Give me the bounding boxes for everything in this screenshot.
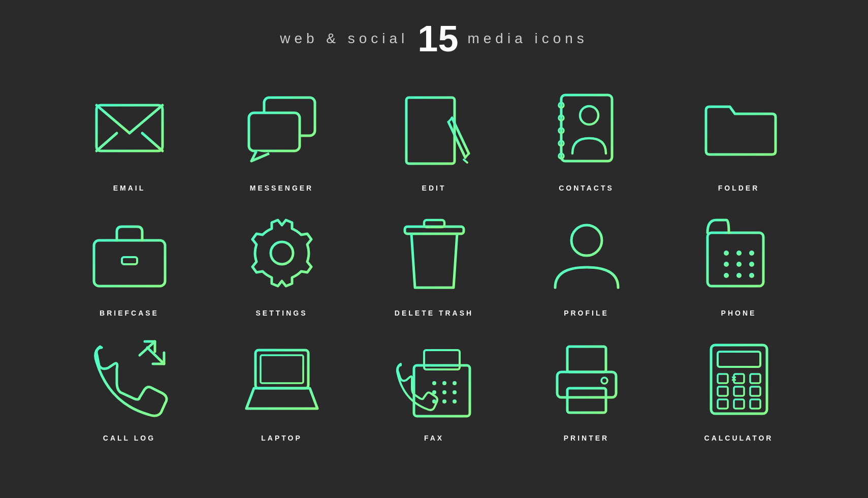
svg-point-66	[432, 390, 436, 394]
call-log-icon	[79, 332, 180, 424]
svg-rect-81	[718, 352, 760, 367]
svg-point-37	[271, 242, 293, 264]
svg-point-53	[749, 273, 754, 278]
icon-item-edit: EDIT	[358, 82, 510, 192]
printer-icon	[536, 332, 637, 424]
svg-line-4	[142, 133, 163, 151]
svg-line-1	[97, 105, 130, 133]
svg-point-32	[580, 106, 598, 124]
svg-rect-26	[561, 95, 612, 161]
email-icon	[79, 82, 180, 174]
laptop-icon	[231, 332, 333, 424]
svg-point-79	[601, 378, 607, 384]
svg-point-50	[749, 262, 754, 267]
svg-rect-75	[557, 372, 616, 397]
icon-item-profile: PROFILE	[510, 207, 663, 317]
svg-point-63	[432, 381, 436, 385]
svg-point-48	[724, 262, 729, 267]
svg-point-47	[749, 251, 754, 256]
profile-label: PROFILE	[564, 309, 609, 317]
svg-point-71	[453, 399, 457, 403]
svg-rect-90	[750, 399, 760, 409]
laptop-label: LAPTOP	[261, 434, 302, 442]
svg-point-65	[453, 381, 457, 385]
svg-line-3	[97, 133, 117, 151]
delete-trash-icon	[383, 207, 485, 299]
icons-grid: EMAIL	[53, 82, 815, 442]
svg-rect-89	[734, 399, 744, 409]
messenger-label: MESSENGER	[250, 184, 313, 192]
header-suffix: media icons	[467, 30, 588, 47]
icon-item-briefcase: BRIEFCASE	[53, 207, 206, 317]
edit-icon	[383, 82, 485, 174]
svg-rect-84	[750, 374, 760, 383]
svg-point-51	[724, 273, 729, 278]
svg-rect-34	[122, 257, 137, 264]
svg-point-68	[453, 390, 457, 394]
header-prefix: web & social	[280, 30, 408, 47]
contacts-label: CONTACTS	[559, 184, 614, 192]
icon-item-folder: FOLDER	[663, 82, 815, 192]
svg-rect-13	[406, 98, 455, 164]
svg-point-69	[432, 399, 436, 403]
delete-trash-label: DELETE TRASH	[395, 309, 473, 317]
page-header: web & social 15 media icons	[280, 20, 588, 57]
profile-icon	[536, 207, 637, 299]
icon-item-printer: PRINTER	[510, 332, 663, 442]
svg-point-49	[736, 262, 742, 267]
fax-icon	[383, 332, 485, 424]
svg-rect-83	[734, 374, 744, 383]
icon-item-call-log: CALL LOG	[53, 332, 206, 442]
folder-label: FOLDER	[718, 184, 760, 192]
svg-point-67	[442, 390, 446, 394]
svg-point-52	[736, 273, 742, 278]
calculator-icon	[688, 332, 790, 424]
svg-rect-80	[711, 345, 767, 414]
svg-point-45	[724, 251, 729, 256]
printer-label: PRINTER	[564, 434, 609, 442]
icon-item-fax: FAX	[358, 332, 510, 442]
svg-point-46	[736, 251, 742, 256]
svg-point-70	[442, 399, 446, 403]
settings-label: SETTINGS	[255, 309, 307, 317]
svg-point-64	[442, 381, 446, 385]
icon-item-contacts: CONTACTS	[510, 82, 663, 192]
svg-rect-59	[414, 365, 470, 416]
svg-line-25	[464, 160, 467, 163]
messenger-icon	[231, 82, 333, 174]
icon-item-delete-trash: DELETE TRASH	[358, 207, 510, 317]
svg-rect-87	[750, 387, 760, 396]
fax-label: FAX	[424, 434, 444, 442]
contacts-icon	[536, 82, 637, 174]
phone-icon	[688, 207, 790, 299]
svg-line-2	[130, 105, 163, 133]
svg-rect-76	[567, 388, 606, 413]
folder-icon	[688, 82, 790, 174]
phone-label: PHONE	[721, 309, 757, 317]
briefcase-label: BRIEFCASE	[100, 309, 159, 317]
call-log-label: CALL LOG	[103, 434, 155, 442]
settings-icon	[231, 207, 333, 299]
icon-item-email: EMAIL	[53, 82, 206, 192]
icon-item-messenger: MESSENGER	[206, 82, 358, 192]
icon-item-calculator: CALCULATOR	[663, 332, 815, 442]
icon-item-settings: SETTINGS	[206, 207, 358, 317]
svg-rect-88	[718, 399, 728, 409]
svg-rect-57	[261, 355, 303, 383]
svg-rect-44	[708, 233, 763, 286]
email-label: EMAIL	[113, 184, 146, 192]
header-number: 15	[417, 20, 458, 57]
icon-item-laptop: LAPTOP	[206, 332, 358, 442]
briefcase-icon	[79, 207, 180, 299]
calculator-label: CALCULATOR	[704, 434, 774, 442]
icon-item-phone: PHONE	[663, 207, 815, 317]
svg-point-43	[571, 225, 602, 256]
edit-label: EDIT	[422, 184, 446, 192]
svg-rect-39	[424, 220, 444, 227]
